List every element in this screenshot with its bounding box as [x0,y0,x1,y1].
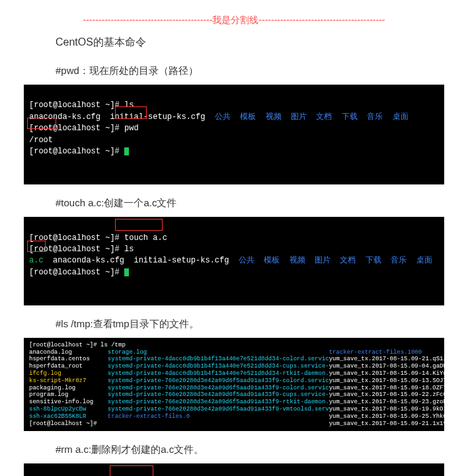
desc-touch: #touch a.c:创建一个a.c文件 [56,194,457,212]
term-line: [root@localhost ~]# [29,147,124,156]
term-line: anaconda-ks.cfg initial-setup-ks.cfg [44,256,229,265]
terminal-touch: [root@localhost ~]# touch a.c [root@loca… [24,217,444,305]
term-line-dirs: 公共 模板 视频 图片 文档 下载 音乐 桌面 [229,256,432,265]
term-line: [root@localhost ~]# touch a.c [29,233,167,243]
desc-pwd: #pwd：现在所处的目录（路径） [56,61,457,79]
term-line-dirs: 公共 模板 视频 图片 文档 下载 音乐 桌面 [205,112,408,122]
term-line: [root@localhost ~]# ls [29,100,134,110]
term-line: [root@localhost ~]# ls [29,245,134,254]
term-line: [root@localhost ~]# pwd [29,124,139,133]
terminal-pwd: [root@localhost ~]# ls anaconda-ks.cfg i… [24,85,444,184]
highlight-box [110,465,153,476]
cursor-icon [124,147,129,155]
highlight-box [115,219,163,231]
page-title: CentOS的基本命令 [56,36,457,50]
desc-rm: #rm a.c:删除刚才创建的a.c文件。 [56,440,457,458]
term-line: [root@localhost ~]# [29,268,124,277]
desc-lstmp: #ls /tmp:查看tmp目录下的文件。 [56,315,457,333]
term-file: a.c [29,256,44,265]
term-line: anaconda-ks.cfg initial-setup-ks.cfg [29,112,205,122]
term-line: /root [29,136,53,145]
divider-line: ----------------------------------------… [11,15,457,26]
terminal-lstmp: [root@localhost ~]# ls /tmp anaconda.log… [24,338,444,432]
terminal-rm: [root@localhost ~]# rm a.c rm：是否删除普通空文件 … [24,463,444,476]
cursor-icon [124,268,129,276]
